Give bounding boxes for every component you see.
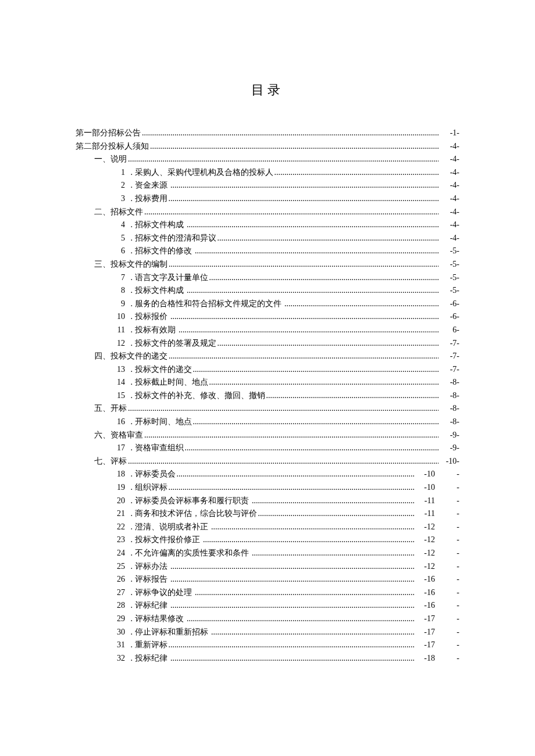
toc-entry-label: . 资格审查组织 <box>129 442 184 455</box>
toc-entry-label: . 采购人、采购代理机构及合格的投标人 <box>129 166 273 180</box>
toc-entry-page: 6- <box>440 324 459 337</box>
toc-entry-number: 7 <box>113 271 125 285</box>
toc-leader-dots <box>169 639 415 652</box>
toc-entry-label: . 语言文字及计量单位 <box>129 271 208 285</box>
toc-entry-page: -7- <box>440 350 459 363</box>
toc-entry: 2 . 资金来源 -4- <box>113 179 459 192</box>
toc-leader-dots <box>266 389 439 403</box>
toc-entry: 25 . 评标办法 -12- <box>113 560 459 574</box>
toc-leader-dots <box>193 415 439 429</box>
toc-entry-number: 13 <box>113 363 125 377</box>
toc-entry-label: 三、投标文件的编制 <box>94 258 167 271</box>
toc-title: 目录 <box>76 81 459 99</box>
toc-entry-label: . 招标文件的澄清和异议 <box>129 232 216 245</box>
toc-entry: 28 . 评标纪律 -16- <box>113 599 459 612</box>
toc-entry: 8 . 投标文件构成 -5- <box>113 284 459 298</box>
toc-entry-page: -17 <box>415 639 435 652</box>
toc-trailing-dash: - <box>435 468 459 481</box>
toc-entry: 9 . 服务的合格性和符合招标文件规定的文件 -6- <box>113 298 459 311</box>
toc-entry-page: -6- <box>440 310 459 324</box>
toc-entry-label: . 投标文件报价修正 <box>129 533 202 547</box>
toc-entry-page: -4- <box>440 206 459 219</box>
toc-entry-number: 23 <box>113 533 125 547</box>
toc-entry-page: -5- <box>440 245 459 258</box>
toc-trailing-dash: - <box>435 573 459 586</box>
toc-leader-dots <box>170 599 414 612</box>
toc-trailing-dash: - <box>435 560 459 574</box>
toc-entry: 二、招标文件-4- <box>94 206 459 219</box>
toc-leader-dots <box>187 218 438 232</box>
toc-entry: 22 . 澄清、说明或者补正 -12- <box>113 521 459 534</box>
toc-entry: 四、投标文件的递交-7- <box>94 350 459 363</box>
toc-entry-page: -16 <box>415 599 435 612</box>
toc-entry-page: -17 <box>415 612 435 626</box>
toc-entry-page: -12 <box>415 521 435 534</box>
toc-entry: 30 . 停止评标和重新招标 -17- <box>113 626 459 639</box>
toc-entry-page: -11 <box>415 507 435 521</box>
toc-entry: 12 . 投标文件的签署及规定-7- <box>113 337 459 350</box>
toc-leader-dots <box>258 507 415 521</box>
toc-entry-label: . 组织评标 <box>129 481 167 495</box>
toc-entry: 五、开标-8- <box>94 402 459 415</box>
toc-entry-label: . 商务和技术评估，综合比较与评价 <box>129 507 257 521</box>
toc-entry-number: 9 <box>113 298 125 311</box>
toc-entry-label: . 开标时间、地点 <box>129 415 192 429</box>
toc-entry: 11 . 投标有效期 6- <box>113 324 459 337</box>
toc-entry: 31 . 重新评标-17- <box>113 639 459 652</box>
toc-entry: 5 . 招标文件的澄清和异议-4- <box>113 232 459 245</box>
toc-entry-label: . 投标文件构成 <box>129 284 186 298</box>
toc-entry: 18 . 评标委员会-10- <box>113 468 459 481</box>
toc-entry: 19 . 组织评标-10- <box>113 481 459 495</box>
toc-entry: 7 . 语言文字及计量单位-5- <box>113 271 459 285</box>
toc-entry-page: -16 <box>415 586 435 600</box>
toc-entry-page: -12 <box>415 547 435 560</box>
toc-entry: 32 . 投标纪律 -18- <box>113 652 459 665</box>
toc-trailing-dash: - <box>435 612 459 626</box>
toc-leader-dots <box>170 573 414 586</box>
toc-entry: 27 . 评标争议的处理 -16- <box>113 586 459 600</box>
toc-entry: 17 . 资格审查组织-9- <box>113 442 459 455</box>
toc-entry: 3 . 投标费用-4- <box>113 192 459 206</box>
toc-entry-label: . 停止评标和重新招标 <box>129 626 210 639</box>
toc-trailing-dash: - <box>435 599 459 612</box>
toc-entry-page: -18 <box>415 652 435 665</box>
toc-entry-number: 8 <box>113 284 125 298</box>
toc-entry-label: . 投标文件的补充、修改、撤回、撤销 <box>129 389 265 403</box>
toc-leader-dots <box>195 586 414 600</box>
toc-entry: 29 . 评标结果修改 -17- <box>113 612 459 626</box>
toc-entry-number: 27 <box>113 586 125 600</box>
toc-entry: 七、评标-10- <box>94 455 459 468</box>
toc-entry-page: -4- <box>440 192 459 206</box>
toc-entry-page: -12 <box>415 560 435 574</box>
toc-entry-page: -12 <box>415 533 435 547</box>
toc-entry-page: -5- <box>440 258 459 271</box>
toc-entry-page: -9- <box>440 442 459 455</box>
toc-entry: 23 . 投标文件报价修正 -12- <box>113 533 459 547</box>
toc-entry: 第一部分招标公告-1- <box>76 127 459 140</box>
toc-entry-label: . 投标文件的签署及规定 <box>129 337 216 350</box>
toc-entry-number: 3 <box>113 192 125 206</box>
toc-entry-number: 2 <box>113 179 125 192</box>
toc-trailing-dash: - <box>435 652 459 665</box>
toc-leader-dots <box>203 533 414 547</box>
toc-leader-dots <box>170 310 438 324</box>
toc-entry-label: . 投标文件的递交 <box>129 363 192 377</box>
toc-entry-label: . 投标费用 <box>129 192 167 206</box>
toc-trailing-dash: - <box>435 481 459 495</box>
toc-leader-dots <box>169 192 439 206</box>
toc-trailing-dash: - <box>435 495 459 508</box>
toc-leader-dots <box>179 324 438 337</box>
toc-entry-page: -7- <box>440 363 459 377</box>
toc-leader-dots <box>211 626 414 639</box>
toc-entry-label: . 评标纪律 <box>129 599 169 612</box>
toc-trailing-dash: - <box>435 626 459 639</box>
toc-entry-page: -4- <box>440 179 459 192</box>
toc-entry: 10 . 投标报价 -6- <box>113 310 459 324</box>
toc-entry-page: -10 <box>415 481 435 495</box>
toc-entry-page: -7- <box>440 337 459 350</box>
toc-entry-label: 六、资格审查 <box>94 429 143 442</box>
toc-entry-number: 1 <box>113 166 125 180</box>
toc-entry-label: . 评标结果修改 <box>129 612 186 626</box>
toc-entry-number: 6 <box>113 245 125 258</box>
toc-trailing-dash: - <box>435 639 459 652</box>
